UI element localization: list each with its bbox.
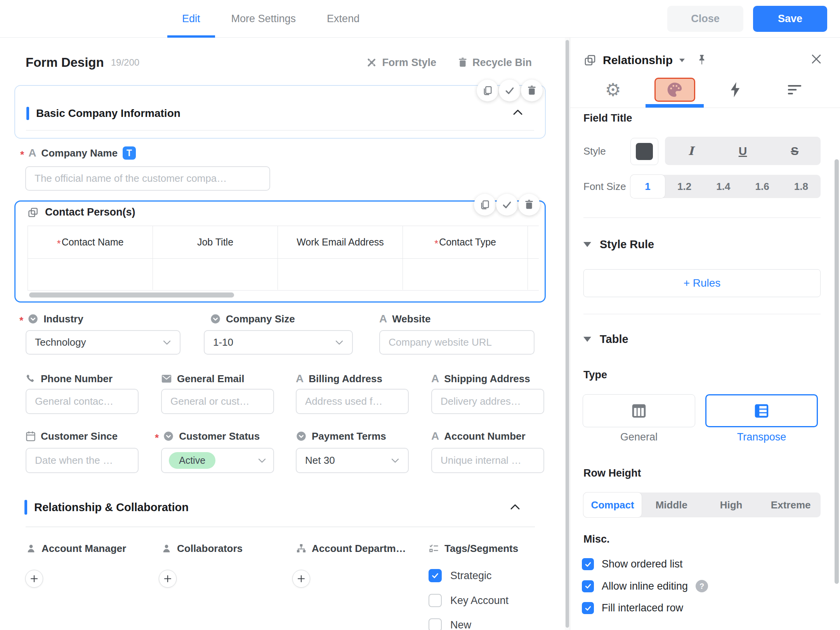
column-header-partial[interactable] (528, 226, 539, 259)
shipping-input[interactable] (441, 395, 535, 407)
close-button[interactable]: Close (667, 6, 743, 32)
strikethrough-button[interactable]: S (769, 137, 821, 165)
misc-allow-inline-editing[interactable]: Allow inline editing ? (582, 580, 708, 592)
collapse-chevron-icon[interactable] (512, 108, 523, 116)
row-height-option[interactable]: Extreme (761, 493, 821, 517)
column-header[interactable]: Work Email Address (278, 226, 403, 259)
section-divider (26, 527, 535, 527)
add-account-department-button[interactable] (292, 570, 310, 588)
row-height-label: Row Height (583, 467, 641, 479)
add-collaborator-button[interactable] (159, 570, 177, 588)
shipping-label: Shipping Address (444, 373, 530, 385)
org-chart-icon (296, 543, 307, 554)
delete-button[interactable] (518, 194, 540, 216)
column-header[interactable]: Contact Type (403, 226, 528, 259)
duplicate-button[interactable] (477, 80, 498, 101)
select-field-icon (296, 431, 307, 442)
add-rules-button[interactable]: + Rules (583, 269, 821, 297)
style-rule-section-header[interactable]: Style Rule (583, 236, 654, 253)
collapse-chevron-icon[interactable] (510, 503, 521, 511)
table-cell[interactable] (28, 259, 153, 290)
tab-extend[interactable]: Extend (312, 0, 374, 38)
checkbox-checked[interactable] (582, 580, 594, 592)
recycle-bin-button[interactable]: Recycle Bin (458, 57, 532, 69)
website-input[interactable] (389, 336, 525, 348)
delete-button[interactable] (521, 80, 543, 101)
text-field-icon: A (28, 147, 36, 159)
phone-input[interactable] (35, 395, 129, 407)
table-cell[interactable] (153, 259, 278, 290)
close-panel-icon[interactable] (810, 52, 823, 66)
tag-option-strategic[interactable]: Strategic (429, 569, 492, 582)
font-size-option[interactable]: 1.4 (704, 175, 743, 198)
pin-icon[interactable] (697, 54, 707, 66)
misc-fill-interlaced-row[interactable]: Fill interlaced row (582, 602, 683, 614)
panel-scrollbar-thumb[interactable] (835, 159, 839, 584)
account-department-label-row: Account Departm… (296, 541, 406, 556)
confirm-button[interactable] (499, 80, 521, 101)
table-cell-partial[interactable] (528, 259, 539, 290)
contact-persons-field[interactable]: Contact Person(s) Contact Name Job Title… (14, 200, 546, 303)
caret-down-icon[interactable] (679, 58, 685, 63)
email-label: General Email (177, 373, 244, 385)
table-type-transpose[interactable] (705, 394, 818, 427)
table-cell[interactable] (403, 259, 528, 290)
help-icon[interactable]: ? (696, 580, 708, 592)
font-size-option[interactable]: 1.8 (782, 175, 821, 198)
company-name-input[interactable] (35, 172, 261, 184)
tag-option-new[interactable]: New (429, 618, 471, 630)
column-header[interactable]: Job Title (153, 226, 278, 259)
section-title: Basic Company Information (36, 107, 180, 120)
billing-input[interactable] (305, 395, 399, 407)
table-cell[interactable] (278, 259, 403, 290)
person-icon (161, 543, 172, 554)
tab-settings-gear-icon[interactable]: ⚙ (597, 78, 628, 102)
misc-show-ordered-list[interactable]: Show ordered list (582, 558, 683, 570)
canvas-scrollbar[interactable] (565, 38, 570, 630)
confirm-button[interactable] (496, 194, 518, 216)
tag-option-key-account[interactable]: Key Account (429, 594, 509, 607)
checkbox-checked[interactable] (582, 602, 594, 614)
row-height-option[interactable]: Middle (642, 493, 701, 517)
payment-terms-select[interactable]: Net 30 (296, 448, 409, 473)
italic-button[interactable]: I (665, 137, 717, 165)
transpose-type-label[interactable]: Transpose (705, 431, 818, 443)
save-button[interactable]: Save (753, 6, 827, 32)
table-section-header[interactable]: Table (583, 331, 628, 348)
tab-events-lightning-icon[interactable] (720, 78, 751, 102)
row-height-option[interactable]: High (701, 493, 761, 517)
add-account-manager-button[interactable] (25, 570, 43, 588)
customer-since-input[interactable] (35, 454, 129, 466)
form-style-button[interactable]: Form Style (366, 57, 436, 69)
column-header[interactable]: Contact Name (28, 226, 153, 259)
company-size-select[interactable]: 1-10 (204, 330, 353, 355)
checkbox-unchecked[interactable] (429, 618, 442, 630)
tab-edit[interactable]: Edit (167, 0, 215, 38)
section-relationship-header[interactable]: Relationship & Collaboration (24, 500, 189, 515)
section-title: Relationship & Collaboration (34, 501, 189, 514)
underline-button[interactable]: U (717, 137, 769, 165)
account-number-input[interactable] (441, 454, 535, 466)
general-type-label[interactable]: General (583, 431, 695, 443)
company-size-label: Company Size (226, 313, 295, 325)
industry-select[interactable]: Technology (26, 330, 180, 355)
font-size-option[interactable]: 1 (630, 175, 665, 198)
tag-option-label: Key Account (450, 595, 509, 607)
type-label: Type (583, 369, 607, 381)
section-basic-company-information[interactable]: Basic Company Information (14, 85, 546, 139)
tab-more-settings[interactable]: More Settings (217, 0, 311, 38)
font-color-swatch[interactable] (630, 138, 658, 165)
email-input[interactable] (170, 395, 265, 407)
duplicate-button[interactable] (474, 194, 496, 216)
font-size-option[interactable]: 1.6 (743, 175, 782, 198)
customer-status-select[interactable]: Active (161, 448, 274, 473)
tab-sort-lines-icon[interactable] (779, 78, 810, 102)
checkbox-checked[interactable] (582, 558, 594, 570)
checkbox-checked[interactable] (429, 569, 442, 582)
table-type-general[interactable] (583, 394, 695, 427)
scrollbar-thumb[interactable] (566, 40, 569, 628)
checkbox-unchecked[interactable] (429, 594, 442, 607)
row-height-option[interactable]: Compact (583, 493, 642, 517)
font-size-option[interactable]: 1.2 (665, 175, 704, 198)
horizontal-scrollbar[interactable] (29, 292, 234, 298)
